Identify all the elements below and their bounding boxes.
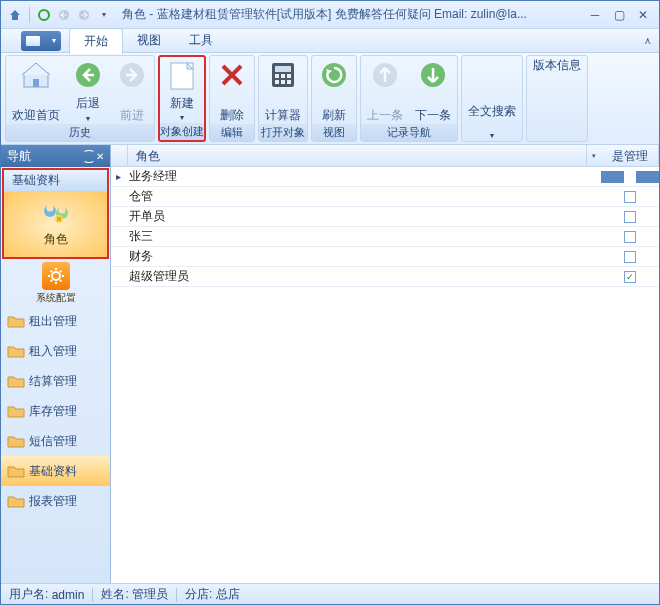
- status-user: admin: [52, 588, 85, 602]
- nav-header: 导航 ⁐ ✕: [1, 145, 110, 167]
- app-menu-button[interactable]: [21, 31, 61, 51]
- ribbon-btn-label: 删除: [220, 109, 244, 122]
- ribbon-btn-label: 上一条: [367, 109, 403, 122]
- ribbon-group-2: 删除编辑: [209, 55, 255, 142]
- close-button[interactable]: ✕: [631, 6, 655, 24]
- gear-icon: [42, 262, 70, 290]
- grid-header: 角色 ▾ 是管理员: [111, 145, 659, 167]
- col-role[interactable]: 角色: [128, 145, 587, 166]
- checkbox-icon[interactable]: [624, 271, 636, 283]
- titlebar: ▾ 角色 - 蓝格建材租赁管理软件[试用版本] 免费解答任何疑问 Email: …: [1, 1, 659, 29]
- checkbox-icon[interactable]: [624, 211, 636, 223]
- col-admin[interactable]: 是管理员: [601, 145, 659, 166]
- search-icon: [476, 59, 508, 91]
- nav-item-label: 报表管理: [29, 493, 77, 510]
- cell-admin[interactable]: [601, 211, 659, 223]
- ribbon-group-label: 记录导航: [361, 124, 457, 141]
- col-menu-icon[interactable]: ▾: [587, 145, 601, 166]
- cell-role: 张三: [125, 228, 587, 245]
- table-row[interactable]: 仓管: [111, 187, 659, 207]
- ribbon-btn-计算器[interactable]: 计算器: [259, 56, 307, 124]
- nav-item-4[interactable]: 短信管理: [1, 426, 110, 456]
- table-row[interactable]: 张三: [111, 227, 659, 247]
- menu-tabs: 开始视图工具 ⋏: [1, 29, 659, 53]
- prev-record-icon: [56, 7, 72, 23]
- svg-rect-13: [275, 80, 279, 84]
- refresh-icon[interactable]: [36, 7, 52, 23]
- ribbon-group-label: 视图: [312, 124, 356, 141]
- svg-rect-11: [281, 74, 285, 78]
- cell-admin[interactable]: [601, 191, 659, 203]
- checkbox-icon[interactable]: [624, 251, 636, 263]
- table-row[interactable]: ▸业务经理: [111, 167, 659, 187]
- back-icon: [72, 59, 104, 91]
- checkbox-icon[interactable]: [624, 171, 636, 183]
- menu-tab-2[interactable]: 工具: [175, 28, 227, 54]
- nav-item-1[interactable]: 租入管理: [1, 336, 110, 366]
- ribbon-group-1: 新建▼对象创建: [158, 55, 206, 142]
- cell-admin[interactable]: [601, 251, 659, 263]
- table-row[interactable]: 超级管理员: [111, 267, 659, 287]
- status-branch: 总店: [216, 586, 240, 603]
- ribbon-btn-后退[interactable]: 后退▼: [66, 56, 110, 124]
- cell-admin[interactable]: [601, 271, 659, 283]
- table-row[interactable]: 财务: [111, 247, 659, 267]
- svg-line-30: [60, 280, 62, 282]
- nav-item-2[interactable]: 结算管理: [1, 366, 110, 396]
- checkbox-icon[interactable]: [624, 231, 636, 243]
- svg-rect-14: [281, 80, 285, 84]
- cell-admin[interactable]: [601, 171, 659, 183]
- svg-rect-4: [33, 79, 39, 87]
- ribbon-minimize-icon[interactable]: ⋏: [644, 35, 651, 46]
- svg-rect-12: [287, 74, 291, 78]
- dropdown-icon: ▼: [179, 114, 186, 121]
- nav-settings-button[interactable]: 系统配置: [1, 260, 110, 306]
- ribbon-btn-label: 全文搜索: [468, 105, 516, 118]
- ribbon-btn-label: 欢迎首页: [12, 109, 60, 122]
- ribbon-btn-删除[interactable]: 删除: [210, 56, 254, 124]
- dropdown-icon: ▼: [85, 115, 92, 122]
- ribbon-btn-label: 版本信息: [533, 59, 581, 72]
- table-row[interactable]: 开单员: [111, 207, 659, 227]
- ribbon-btn-版本信息[interactable]: 版本信息: [527, 56, 587, 141]
- nav-list: 租出管理租入管理结算管理库存管理短信管理基础资料报表管理: [1, 306, 110, 583]
- nav-pin-icon[interactable]: ⁐ ✕: [85, 151, 104, 162]
- ribbon-btn-全文搜索[interactable]: 全文搜索▼: [462, 56, 522, 141]
- nav-section-head[interactable]: 基础资料: [4, 170, 107, 192]
- ribbon-btn-欢迎首页[interactable]: 欢迎首页: [6, 56, 66, 124]
- users-icon: [39, 201, 73, 229]
- nav-role-button[interactable]: 角色: [4, 192, 107, 257]
- ribbon-group-label: 对象创建: [160, 123, 204, 140]
- dropdown-icon[interactable]: ▾: [96, 7, 112, 23]
- svg-point-22: [58, 207, 65, 214]
- calc-icon: [267, 59, 299, 91]
- nav-item-6[interactable]: 报表管理: [1, 486, 110, 516]
- status-user-label: 用户名:: [9, 586, 48, 603]
- menu-tab-0[interactable]: 开始: [69, 28, 123, 54]
- nav-item-0[interactable]: 租出管理: [1, 306, 110, 336]
- ribbon-btn-label: 下一条: [415, 109, 451, 122]
- checkbox-icon[interactable]: [624, 191, 636, 203]
- ribbon-btn-下一条[interactable]: 下一条: [409, 56, 457, 124]
- nav-item-5[interactable]: 基础资料: [1, 456, 110, 486]
- ribbon-group-4: 刷新视图: [311, 55, 357, 142]
- minimize-button[interactable]: ─: [583, 6, 607, 24]
- maximize-button[interactable]: ▢: [607, 6, 631, 24]
- home-icon[interactable]: [7, 7, 23, 23]
- nav-item-3[interactable]: 库存管理: [1, 396, 110, 426]
- cell-admin[interactable]: [601, 231, 659, 243]
- nav-settings-label: 系统配置: [36, 291, 76, 305]
- ribbon-btn-刷新[interactable]: 刷新: [312, 56, 356, 124]
- cell-role: 超级管理员: [125, 268, 587, 285]
- ribbon-group-label: 打开对象: [259, 124, 307, 141]
- folder-icon: [7, 434, 25, 448]
- nav-item-label: 租出管理: [29, 313, 77, 330]
- status-branch-label: 分店:: [185, 586, 212, 603]
- menu-tab-1[interactable]: 视图: [123, 28, 175, 54]
- svg-rect-9: [275, 66, 291, 72]
- new-icon: [166, 60, 198, 92]
- folder-icon: [7, 344, 25, 358]
- ribbon: 欢迎首页后退▼前进历史新建▼对象创建删除编辑计算器打开对象刷新视图上一条下一条记…: [1, 53, 659, 145]
- home-icon: [20, 59, 52, 91]
- ribbon-btn-新建[interactable]: 新建▼: [160, 57, 204, 123]
